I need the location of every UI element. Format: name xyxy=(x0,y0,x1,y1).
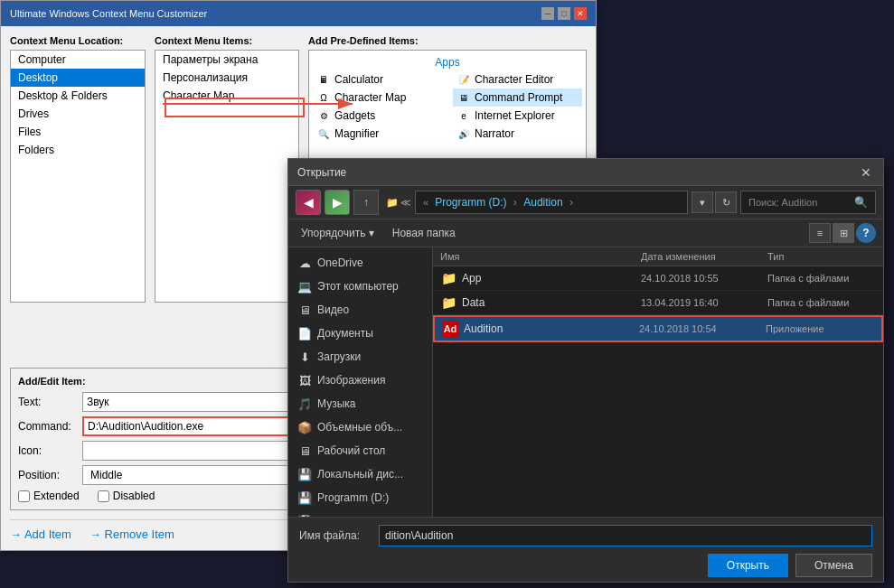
predefined-item-charmap[interactable]: Ω Character Map xyxy=(313,89,442,107)
predefined-item-magnifier[interactable]: 🔍 Magnifier xyxy=(313,125,442,143)
col-name-header[interactable]: Имя xyxy=(440,251,641,262)
search-icon: 🔍 xyxy=(854,196,868,209)
organize-button[interactable]: Упорядочить ▾ xyxy=(296,225,380,241)
main-window-title: Ultimate Windows Context Menu Customizer xyxy=(10,8,207,19)
address-bar[interactable]: « Programm (D:) › Audition › xyxy=(415,191,688,214)
sidebar-c[interactable]: 💾 С... xyxy=(288,509,432,517)
extended-checkbox-label[interactable]: Extended xyxy=(18,490,80,502)
file-row-app[interactable]: 📁 App 24.10.2018 10:55 Папка с файлами xyxy=(433,266,883,291)
file-row-data[interactable]: 📁 Data 13.04.2019 16:40 Папка с файлами xyxy=(433,291,883,315)
dialog-toolbar2: Упорядочить ▾ Новая папка ≡ ⊞ ? xyxy=(288,219,883,247)
location-list[interactable]: Computer Desktop Desktop & Folders Drive… xyxy=(10,50,146,303)
remove-item-button[interactable]: → Remove Item xyxy=(89,527,174,541)
col-type-header[interactable]: Тип xyxy=(767,251,876,262)
file-dialog: Открытие ✕ ◀ ▶ ↑ 📁 ≪ « Programm (D:) › A… xyxy=(287,158,884,583)
context-item-charmap[interactable]: Character Map xyxy=(155,87,298,105)
file-name-audition: Ad Audition xyxy=(442,321,639,337)
predefined-category-apps[interactable]: Apps xyxy=(309,54,586,70)
predefined-item-calculator[interactable]: 🖩 Calculator xyxy=(313,70,442,89)
disabled-checkbox[interactable] xyxy=(98,490,109,502)
desktop-icon: 🖥 xyxy=(297,443,312,458)
file-row-audition[interactable]: Ad Audition 24.10.2018 10:54 Приложение xyxy=(433,315,883,342)
3d-icon: 📦 xyxy=(297,420,312,434)
search-box[interactable]: Поиск: Audition 🔍 xyxy=(740,191,876,214)
position-label: Position: xyxy=(18,469,77,481)
address-controls: ▾ ↻ xyxy=(692,191,737,213)
disabled-checkbox-label[interactable]: Disabled xyxy=(98,490,155,502)
sidebar-computer[interactable]: 💻 Этот компьютер xyxy=(288,275,432,298)
localdisk-icon: 💾 xyxy=(297,467,312,481)
list-item-folders[interactable]: Folders xyxy=(11,141,145,159)
col-date-header[interactable]: Дата изменения xyxy=(641,251,767,262)
dialog-title-bar: Открытие ✕ xyxy=(288,159,883,186)
dialog-action-buttons: Открыть Отмена xyxy=(299,554,872,577)
audition-icon: Ad xyxy=(442,321,458,337)
icon-label: Icon: xyxy=(18,444,77,457)
images-icon: 🖼 xyxy=(297,373,312,387)
ie-icon: e xyxy=(456,108,471,123)
up-button[interactable]: ↑ xyxy=(353,190,379,215)
dialog-bottom: Имя файла: Открыть Отмена xyxy=(288,517,883,571)
sidebar-images[interactable]: 🖼 Изображения xyxy=(288,369,432,392)
dropdown-button[interactable]: ▾ xyxy=(692,191,713,213)
list-item-files[interactable]: Files xyxy=(11,123,145,141)
predefined-row: 🖩 Calculator Ω Character Map ⚙ Gadgets xyxy=(309,70,586,143)
location-panel: Context Menu Location: Computer Desktop … xyxy=(10,35,146,359)
list-item-computer[interactable]: Computer xyxy=(11,51,145,69)
context-items-list[interactable]: Параметры экрана Персонализация Characte… xyxy=(155,50,299,303)
search-placeholder: Поиск: Audition xyxy=(748,197,817,208)
dialog-close-button[interactable]: ✕ xyxy=(858,164,874,181)
sidebar-localdisk[interactable]: 💾 Локальный дис... xyxy=(288,462,432,486)
text-label: Text: xyxy=(18,396,77,408)
predefined-item-gadgets[interactable]: ⚙ Gadgets xyxy=(313,107,442,125)
context-items-panel: Context Menu Items: Параметры экрана Пер… xyxy=(155,35,299,359)
help-button[interactable]: ? xyxy=(856,223,876,243)
command-label: Command: xyxy=(18,420,77,433)
maximize-button[interactable]: □ xyxy=(558,7,570,20)
minimize-button[interactable]: ─ xyxy=(541,7,554,20)
address-drive[interactable]: Programm (D:) xyxy=(435,196,506,209)
sidebar-documents[interactable]: 📄 Документы xyxy=(288,322,432,345)
open-button[interactable]: Открыть xyxy=(708,554,788,577)
add-item-button[interactable]: → Add Item xyxy=(10,527,71,541)
list-item-desktop[interactable]: Desktop xyxy=(11,69,145,87)
sidebar-desktop[interactable]: 🖥 Рабочий стол xyxy=(288,439,432,462)
filename-input[interactable] xyxy=(379,525,872,546)
magnifier-icon: 🔍 xyxy=(316,126,331,141)
view-list-button[interactable]: ≡ xyxy=(809,223,831,243)
sidebar-downloads[interactable]: ⬇ Загрузки xyxy=(288,345,432,369)
sidebar-music[interactable]: 🎵 Музыка xyxy=(288,392,432,415)
programm-icon: 💾 xyxy=(297,490,312,505)
predefined-item-chareditor[interactable]: 📝 Открытие Character Editor xyxy=(453,70,582,89)
downloads-icon: ⬇ xyxy=(297,350,312,364)
address-folder[interactable]: Audition xyxy=(523,196,562,209)
title-bar-controls: ─ □ ✕ xyxy=(541,7,587,20)
back-button[interactable]: ◀ xyxy=(296,190,321,215)
c-drive-icon: 💾 xyxy=(297,514,312,517)
dialog-sidebar: ☁ OneDrive 💻 Этот компьютер 🖥 Видео 📄 До… xyxy=(288,247,433,517)
cancel-button[interactable]: Отмена xyxy=(795,554,872,577)
list-item-drives[interactable]: Drives xyxy=(11,105,145,123)
refresh-button[interactable]: ↻ xyxy=(715,191,737,213)
predefined-item-ie[interactable]: e Internet Explorer xyxy=(453,107,582,125)
new-folder-button[interactable]: Новая папка xyxy=(387,225,461,241)
extended-checkbox[interactable] xyxy=(18,490,30,502)
forward-button[interactable]: ▶ xyxy=(325,190,350,215)
sidebar-onedrive[interactable]: ☁ OneDrive xyxy=(288,251,432,275)
context-item-params[interactable]: Параметры экрана xyxy=(155,51,298,69)
predefined-col-right: 📝 Открытие Character Editor 🖥 Command Pr… xyxy=(449,70,586,143)
sidebar-video[interactable]: 🖥 Видео xyxy=(288,298,432,322)
folder-icon-data: 📁 xyxy=(440,294,456,311)
predefined-item-cmdprompt[interactable]: 🖥 Command Prompt xyxy=(453,89,582,107)
list-item-desktop-folders[interactable]: Desktop & Folders xyxy=(11,87,145,105)
predefined-col-left: 🖩 Calculator Ω Character Map ⚙ Gadgets xyxy=(309,70,446,143)
calculator-icon: 🖩 xyxy=(316,72,331,87)
sidebar-3d[interactable]: 📦 Объемные объ... xyxy=(288,415,432,439)
view-details-button[interactable]: ⊞ xyxy=(833,223,854,243)
dialog-title: Открытие xyxy=(297,166,346,179)
onedrive-icon: ☁ xyxy=(297,256,312,270)
context-item-personal[interactable]: Персонализация xyxy=(155,69,298,87)
close-main-button[interactable]: ✕ xyxy=(574,7,587,20)
predefined-item-narrator[interactable]: 🔊 Narrator xyxy=(453,125,582,143)
sidebar-programm[interactable]: 💾 Programm (D:) xyxy=(288,486,432,509)
